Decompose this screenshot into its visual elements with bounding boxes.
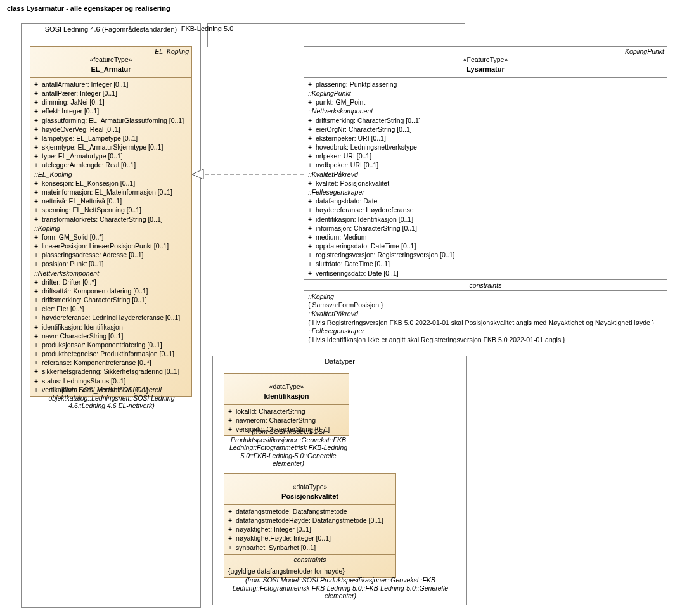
el-armatur-name: EL_Armatur: [33, 65, 189, 74]
section-header: ::Fellesegenskaper: [308, 188, 663, 196]
attribute-row: høydeOverVeg: Real [0..1]: [34, 125, 188, 134]
attribute-row: mateinformasjon: EL_Mateinformasjon [0..…: [34, 188, 188, 196]
attribute-row: driftsmerking: CharacterString [0..1]: [34, 295, 188, 304]
attribute-row: høydereferanse: Høydereferanse: [308, 205, 663, 214]
attribute-row: produktbetegnelse: Produktinformasjon [0…: [34, 349, 188, 358]
attribute-row: lokalId: CharacterString: [228, 407, 345, 416]
posisjonskvalitet-constraints-label: constraints: [224, 555, 395, 565]
attribute-row: informasjon: CharacterString [0..1]: [308, 224, 663, 233]
diagram-title-tab: class Lysarmatur - alle egenskaper og re…: [3, 3, 177, 13]
attribute-row: sikkerhetsgradering: Sikkerhetsgradering…: [34, 367, 188, 376]
attribute-row: spenning: EL_NettSpenning [0..1]: [34, 205, 188, 214]
identifikasjon-name: Identifikasjon: [227, 392, 346, 401]
lysarmatur-name: Lysarmatur: [307, 65, 664, 74]
attribute-row: referanse: Komponentreferanse [0..*]: [34, 358, 188, 367]
constraint-header: ::Kopling: [308, 293, 663, 302]
attribute-row: datafangstdato: Date: [308, 196, 663, 205]
attribute-row: effekt: Integer [0..1]: [34, 106, 188, 115]
attribute-row: type: EL_Armaturtype [0..1]: [34, 151, 188, 160]
attribute-row: eier: Eier [0..*]: [34, 304, 188, 313]
lysarmatur-constraints-label: constraints: [304, 280, 667, 291]
attribute-row: antallPærer: Integer [0..1]: [34, 89, 188, 98]
attribute-row: registreringsversjon: Registreringsversj…: [308, 250, 663, 259]
attribute-row: skjermtype: EL_ArmaturSkjermtype [0..1]: [34, 143, 188, 151]
section-header: ::Nettverkskomponent: [34, 269, 188, 278]
attribute-row: uteleggerArmlengde: Real [0..1]: [34, 160, 188, 169]
attribute-row: nrlpeker: URI [0..1]: [308, 151, 663, 160]
class-el-armatur: EL_Kopling «featureType» EL_Armatur anta…: [30, 46, 192, 397]
attribute-row: eierOrgNr: CharacterString [0..1]: [308, 125, 663, 134]
constraint-text: { Hvis Identifikasjon ikke er angitt ska…: [308, 336, 663, 345]
attribute-row: sluttdato: DateTime [0..1]: [308, 259, 663, 268]
attribute-row: plassering: Punktplassering: [308, 80, 663, 89]
attribute-row: drifter: Drifter [0..*]: [34, 278, 188, 286]
posisjonskvalitet-stereo: «dataType»: [227, 483, 393, 492]
attribute-row: plasseringsadresse: Adresse [0..1]: [34, 250, 188, 259]
package-fkb50-label: FKB-Ledning 5.0: [79, 25, 336, 32]
attribute-row: lampetype: EL_Lampetype [0..1]: [34, 134, 188, 143]
el-armatur-stereo: «featureType»: [33, 56, 189, 65]
attribute-row: oppdateringsdato: DateTime [0..1]: [308, 241, 663, 250]
posisjonskvalitet-name: Posisjonskvalitet: [227, 492, 393, 501]
constraint-header: ::KvalitetPåkrevd: [308, 310, 663, 319]
section-header: ::KvalitetPåkrevd: [308, 170, 663, 179]
attribute-row: dimming: JaNei [0..1]: [34, 98, 188, 106]
attribute-row: nvdbpeker: URI [0..1]: [308, 160, 663, 169]
attribute-row: nettnivå: EL_Nettnivå [0..1]: [34, 196, 188, 205]
attribute-row: lineærPosisjon: LineærPosisjonPunkt [0..…: [34, 241, 188, 250]
attribute-row: identifikasjon: Identifikasjon [0..1]: [308, 215, 663, 224]
class-lysarmatur: KoplingPunkt «FeatureType» Lysarmatur pl…: [304, 46, 667, 347]
attribute-row: synbarhet: Synbarhet [0..1]: [228, 543, 392, 552]
el-armatur-from: (from SOSI Model::SOSI Generell objektka…: [30, 383, 193, 413]
attribute-row: datafangstmetodeHøyde: Datafangstmetode …: [228, 516, 392, 525]
identifikasjon-from: (from SOSI Model::SOSI Produktspesifikas…: [224, 425, 353, 470]
section-header: ::Kopling: [34, 224, 188, 233]
attribute-row: driftsmerking: CharacterString [0..1]: [308, 116, 663, 125]
attribute-row: datafangstmetode: Datafangstmetode: [228, 507, 392, 516]
attribute-row: navnerom: CharacterString: [228, 416, 345, 425]
attribute-row: punkt: GM_Point: [308, 98, 663, 106]
attribute-row: navn: CharacterString [0..1]: [34, 331, 188, 340]
attribute-row: konsesjon: EL_Konsesjon [0..1]: [34, 179, 188, 188]
attribute-row: form: GM_Solid [0..*]: [34, 233, 188, 241]
attribute-row: verifiseringsdato: Date [0..1]: [308, 269, 663, 278]
posisjonskvalitet-from: (from SOSI Model::SOSI Produktspesifikas…: [217, 574, 463, 603]
attribute-row: høydereferanse: LedningHøydereferanse [0…: [34, 313, 188, 322]
section-header: ::EL_Kopling: [34, 170, 188, 179]
attribute-row: produksjonsår: Komponentdatering [0..1]: [34, 340, 188, 349]
attribute-row: glassutforming: EL_ArmaturGlassutforning…: [34, 116, 188, 125]
lysarmatur-corner: KoplingPunkt: [625, 48, 664, 55]
attribute-row: driftsattår: Komponentdatering [0..1]: [34, 286, 188, 295]
attribute-row: hovedbruk: Ledningsnettverkstype: [308, 143, 663, 151]
class-posisjonskvalitet: «dataType» Posisjonskvalitet datafangstm…: [224, 473, 396, 578]
attribute-row: antallArmaturer: Integer [0..1]: [34, 80, 188, 89]
section-header: ::KoplingPunkt: [308, 89, 663, 98]
attribute-row: identifikasjon: Identifikasjon: [34, 323, 188, 331]
package-datatyper-label: Datatyper: [325, 357, 355, 365]
attribute-row: posisjon: Punkt [0..1]: [34, 259, 188, 268]
el-armatur-corner: EL_Kopling: [155, 48, 189, 55]
lysarmatur-stereo: «FeatureType»: [307, 56, 664, 65]
attribute-row: kvalitet: Posisjonskvalitet: [308, 179, 663, 188]
section-header: ::Nettverkskomponent: [308, 106, 663, 115]
attribute-row: nøyaktighetHøyde: Integer [0..1]: [228, 534, 392, 542]
identifikasjon-stereo: «dataType»: [227, 383, 346, 392]
attribute-row: eksternpeker: URI [0..1]: [308, 134, 663, 143]
constraint-text: { Hvis Registreringsversjon FKB 5.0 2022…: [308, 319, 663, 328]
constraint-header: ::Fellesegenskaper: [308, 327, 663, 336]
constraint-text: { SamsvarFormPosisjon }: [308, 301, 663, 310]
attribute-row: medium: Medium: [308, 233, 663, 241]
diagram-frame: class Lysarmatur - alle egenskaper og re…: [3, 3, 672, 613]
attribute-row: transformatorkrets: CharacterString [0..…: [34, 215, 188, 224]
attribute-row: nøyaktighet: Integer [0..1]: [228, 525, 392, 534]
